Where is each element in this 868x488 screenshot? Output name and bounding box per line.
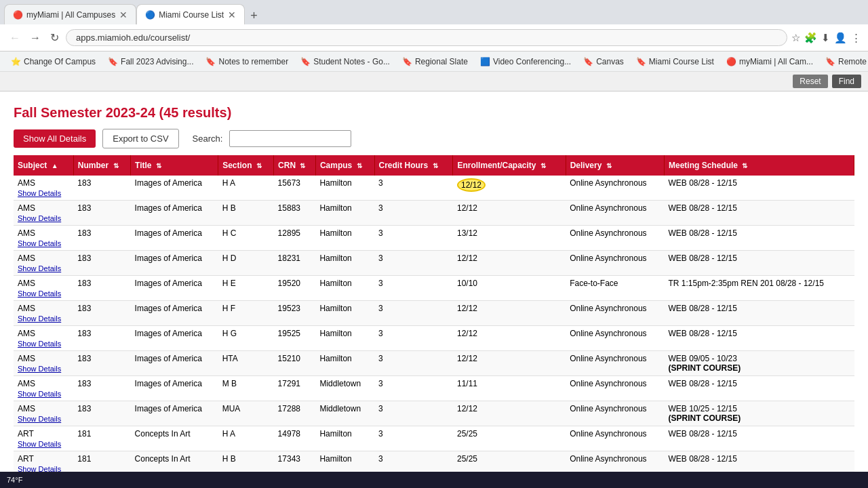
- cell-credit_hours: 3: [374, 301, 453, 326]
- cell-number: 183: [73, 201, 130, 226]
- cell-campus: Hamilton: [315, 426, 374, 451]
- search-input[interactable]: [229, 130, 351, 147]
- bookmark-canvas[interactable]: 🔖 Canvas: [578, 55, 629, 68]
- col-subject[interactable]: Subject ▲: [14, 155, 73, 176]
- download-button[interactable]: ⬇: [821, 32, 830, 44]
- show-details-link[interactable]: Show Details: [18, 214, 69, 222]
- cell-section: H F: [218, 301, 274, 326]
- col-number[interactable]: Number ⇅: [73, 155, 130, 176]
- cell-number: 183: [73, 251, 130, 276]
- cell-crn: 15883: [274, 201, 316, 226]
- status-bar: 74°F: [0, 472, 868, 488]
- find-button[interactable]: Find: [832, 75, 861, 88]
- cell-title: Images of America: [131, 301, 218, 326]
- back-button[interactable]: ←: [7, 32, 23, 44]
- cell-credit_hours: 3: [374, 251, 453, 276]
- show-all-details-button[interactable]: Show All Details: [14, 129, 96, 148]
- col-delivery[interactable]: Delivery ⇅: [566, 155, 664, 176]
- bookmark-icon-9: 🔖: [825, 57, 835, 66]
- bookmark-fall-advising[interactable]: 🔖 Fall 2023 Advising...: [102, 55, 199, 68]
- bookmark-change-campus[interactable]: ⭐ Change Of Campus: [5, 55, 101, 68]
- bookmark-label-0: Change Of Campus: [24, 57, 96, 66]
- col-campus[interactable]: Campus ⇅: [315, 155, 374, 176]
- bookmark-icon-4: 🔖: [402, 57, 412, 66]
- cell-meeting-schedule: WEB 08/28 - 12/15: [665, 201, 854, 226]
- cell-subject: ARTShow Details: [14, 426, 73, 451]
- export-csv-button[interactable]: Export to CSV: [102, 129, 178, 148]
- tab-mymami[interactable]: 🔴 myMiami | All Campuses ✕: [4, 4, 136, 24]
- subject-value: AMS: [18, 329, 35, 338]
- toolbar: Show All Details Export to CSV Search:: [14, 129, 854, 148]
- sort-arrow-delivery: ⇅: [606, 162, 612, 169]
- show-details-link[interactable]: Show Details: [18, 390, 69, 398]
- bookmark-student-notes[interactable]: 🔖 Student Notes - Go...: [295, 55, 395, 68]
- bookmark-regional-slate[interactable]: 🔖 Regional Slate: [397, 55, 473, 68]
- cell-section: HTA: [218, 351, 274, 376]
- address-bar: ← → ↻ ☆ 🧩 ⬇ 👤 ⋮: [0, 24, 868, 52]
- bookmark-remote-advising[interactable]: 🔖 Remote Advising A...: [820, 55, 868, 68]
- cell-enrollment: 25/25: [453, 426, 566, 451]
- tab-close-courselist[interactable]: ✕: [228, 10, 236, 20]
- bookmark-button[interactable]: ☆: [791, 32, 800, 44]
- menu-button[interactable]: ⋮: [851, 32, 861, 44]
- show-details-link[interactable]: Show Details: [18, 264, 69, 272]
- col-crn[interactable]: CRN ⇅: [274, 155, 316, 176]
- bookmark-mymami-all[interactable]: 🔴 myMiami | All Cam...: [721, 55, 818, 68]
- cell-meeting-schedule: WEB 08/28 - 12/15: [665, 326, 854, 351]
- cell-delivery: Online Asynchronous: [566, 301, 664, 326]
- cell-subject: AMSShow Details: [14, 276, 73, 301]
- forward-button[interactable]: →: [27, 32, 43, 44]
- bookmark-icon-6: 🔖: [583, 57, 593, 66]
- url-input[interactable]: [66, 29, 787, 46]
- subject-value: AMS: [18, 203, 35, 213]
- show-details-link[interactable]: Show Details: [18, 415, 69, 423]
- show-details-link[interactable]: Show Details: [18, 289, 69, 298]
- cell-enrollment: 12/12: [453, 326, 566, 351]
- profile-button[interactable]: 👤: [834, 32, 847, 44]
- show-details-link[interactable]: Show Details: [18, 365, 69, 373]
- col-credit-hours[interactable]: Credit Hours ⇅: [374, 155, 453, 176]
- bookmark-label-7: Miami Course List: [649, 57, 714, 66]
- search-label: Search:: [193, 134, 223, 144]
- cell-delivery: Online Asynchronous: [566, 351, 664, 376]
- new-tab-button[interactable]: +: [245, 9, 263, 23]
- cell-campus: Hamilton: [315, 351, 374, 376]
- table-row: AMSShow Details183Images of AmericaH F19…: [14, 301, 854, 326]
- refresh-button[interactable]: ↻: [47, 31, 62, 44]
- enrollment-highlighted: 12/12: [457, 178, 486, 192]
- bookmark-icon-7: 🔖: [636, 57, 646, 66]
- cell-campus: Hamilton: [315, 176, 374, 201]
- cell-enrollment: 13/12: [453, 226, 566, 251]
- col-title[interactable]: Title ⇅: [131, 155, 218, 176]
- show-details-link[interactable]: Show Details: [18, 189, 69, 197]
- tab-courselist[interactable]: 🔵 Miami Course List ✕: [136, 4, 245, 24]
- tab-close-mymami[interactable]: ✕: [119, 10, 127, 20]
- show-details-link[interactable]: Show Details: [18, 314, 69, 323]
- cell-title: Concepts In Art: [131, 426, 218, 451]
- cell-section: H A: [218, 426, 274, 451]
- cell-delivery: Online Asynchronous: [566, 426, 664, 451]
- show-details-link[interactable]: Show Details: [18, 340, 69, 348]
- cell-credit_hours: 3: [374, 426, 453, 451]
- cell-campus: Hamilton: [315, 276, 374, 301]
- bookmark-miami-course[interactable]: 🔖 Miami Course List: [631, 55, 719, 68]
- table-row: AMSShow Details183Images of AmericaM B17…: [14, 376, 854, 401]
- sort-arrow-section: ⇅: [256, 162, 262, 169]
- bookmark-notes[interactable]: 🔖 Notes to remember: [200, 55, 294, 68]
- reset-button[interactable]: Reset: [793, 75, 827, 88]
- cell-subject: AMSShow Details: [14, 176, 73, 201]
- extensions-button[interactable]: 🧩: [804, 32, 817, 44]
- bookmark-icon-5: 🟦: [480, 57, 490, 66]
- col-section[interactable]: Section ⇅: [218, 155, 274, 176]
- col-meeting-schedule[interactable]: Meeting Schedule ⇅: [665, 155, 854, 176]
- table-row: AMSShow Details183Images of AmericaHTA15…: [14, 351, 854, 376]
- meeting-dates: WEB 09/05 - 10/23: [669, 354, 737, 363]
- cell-title: Images of America: [131, 276, 218, 301]
- show-details-link[interactable]: Show Details: [18, 440, 69, 448]
- cell-title: Images of America: [131, 251, 218, 276]
- col-enrollment[interactable]: Enrollment/Capacity ⇅: [453, 155, 566, 176]
- show-details-link[interactable]: Show Details: [18, 239, 69, 247]
- cell-campus: Middletown: [315, 401, 374, 426]
- bookmark-video-conf[interactable]: 🟦 Video Conferencing...: [475, 55, 576, 68]
- cell-subject: AMSShow Details: [14, 226, 73, 251]
